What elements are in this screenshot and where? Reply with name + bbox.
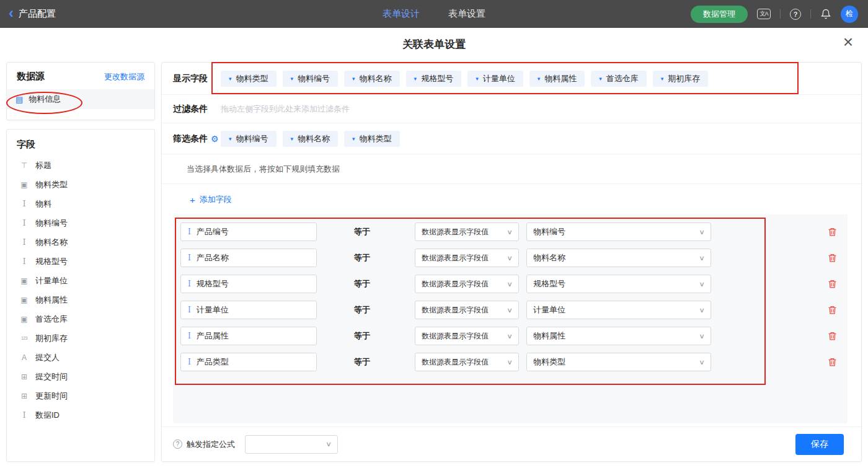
delete-mapping-button[interactable]	[828, 357, 838, 368]
mapping-source-type-select[interactable]: 数据源表显示字段值∨	[415, 249, 519, 267]
screen-fields-row: 筛选条件 ⚙ ▾物料编号▾物料名称▾物料类型	[162, 123, 861, 154]
gear-icon[interactable]: ⚙	[211, 134, 219, 144]
mapping-target-field[interactable]: I产品编号	[180, 223, 317, 241]
delete-mapping-button[interactable]	[828, 305, 838, 316]
back-button[interactable]: ‹ 产品配置	[9, 0, 56, 28]
sidebar-field-item[interactable]: I物料编号	[7, 213, 154, 232]
save-button[interactable]: 保存	[795, 434, 844, 455]
mapping-source-field-select[interactable]: 物料编号∨	[526, 223, 711, 241]
sidebar-field-item[interactable]: ⊤标题	[7, 156, 154, 175]
chevron-down-icon: ∨	[507, 306, 513, 314]
person-icon: A	[20, 353, 29, 362]
change-datasource-link[interactable]: 更改数据源	[104, 71, 144, 82]
close-icon[interactable]: ×	[843, 33, 853, 51]
field-chip[interactable]: ▾规格型号	[406, 71, 462, 87]
chevron-down-icon: ∨	[699, 306, 705, 314]
delete-mapping-button[interactable]	[828, 253, 838, 263]
mapping-source-type-select[interactable]: 数据源表显示字段值∨	[415, 275, 519, 293]
sidebar-field-item[interactable]: I物料	[7, 194, 154, 213]
field-chip[interactable]: ▾物料类型	[221, 71, 277, 87]
field-label: 首选仓库	[35, 314, 68, 325]
filter-dropzone[interactable]: 拖动左侧字段到此处来添加过滤条件	[221, 104, 350, 115]
mapping-source-field-select[interactable]: 物料属性∨	[526, 327, 711, 345]
mapping-row: I计量单位等于数据源表显示字段值∨计量单位∨	[180, 301, 840, 319]
field-label: 数据ID	[35, 410, 60, 421]
field-chip[interactable]: ▾物料类型	[344, 131, 400, 147]
mapping-source-type-select[interactable]: 数据源表显示字段值∨	[415, 327, 519, 345]
screen-fields-label-text: 筛选条件	[173, 133, 208, 144]
chip-label: 规格型号	[421, 73, 453, 84]
avatar[interactable]: 检	[841, 6, 858, 23]
topbar-tab-1[interactable]: 表单设计	[383, 8, 420, 20]
sidebar-field-item[interactable]: A提交人	[7, 348, 154, 367]
mapping-source-field-select[interactable]: 计量单位∨	[526, 301, 711, 319]
mapping-target-label: 产品属性	[197, 330, 229, 342]
chevron-down-icon: ∨	[326, 440, 332, 448]
chip-label: 物料名称	[298, 133, 330, 144]
filter-row: 过滤条件 拖动左侧字段到此处来添加过滤条件	[162, 95, 861, 123]
sidebar-field-item[interactable]: I数据ID	[7, 405, 154, 425]
field-chip[interactable]: ▾物料名称	[283, 131, 339, 147]
screen-fields-label: 筛选条件 ⚙	[173, 133, 221, 144]
mapping-source-field-select[interactable]: 规格型号∨	[526, 275, 711, 293]
mapping-target-field[interactable]: I计量单位	[180, 301, 317, 319]
chevron-down-icon: ∨	[699, 254, 705, 262]
mapping-target-field[interactable]: I产品属性	[180, 327, 317, 345]
field-chip[interactable]: ▾期初库存	[653, 71, 709, 87]
mapping-source-type-select[interactable]: 数据源表显示字段值∨	[415, 223, 519, 241]
mapping-target-field[interactable]: I产品名称	[180, 249, 317, 267]
chevron-down-icon: ▾	[476, 76, 479, 82]
sidebar-field-item[interactable]: ▣计量单位	[7, 271, 154, 290]
bell-icon[interactable]	[820, 9, 831, 20]
mapping-target-field[interactable]: I产品类型	[180, 353, 317, 371]
delete-mapping-button[interactable]	[828, 331, 838, 342]
mapping-source-field-select[interactable]: 物料类型∨	[526, 353, 711, 371]
chip-label: 物料属性	[544, 73, 577, 84]
mapping-row: I产品类型等于数据源表显示字段值∨物料类型∨	[180, 353, 840, 371]
chevron-down-icon: ∨	[507, 254, 513, 262]
datasource-item[interactable]: ▤ 物料信息	[7, 89, 154, 109]
sidebar-field-item[interactable]: 123期初库存	[7, 329, 154, 348]
input-icon: I	[188, 306, 191, 314]
chevron-down-icon: ▾	[229, 76, 232, 82]
mapping-source-field-select-value: 计量单位	[533, 304, 565, 316]
field-chip[interactable]: ▾物料名称	[344, 71, 400, 87]
delete-mapping-button[interactable]	[828, 227, 838, 237]
sidebar-field-item[interactable]: ▣物料属性	[7, 290, 154, 309]
panel-footer: ? 触发指定公式 ∨ 保存	[162, 427, 861, 461]
mapping-target-label: 产品类型	[197, 356, 229, 368]
input-icon: I	[188, 254, 191, 262]
field-label: 物料类型	[35, 179, 68, 190]
sidebar-field-item[interactable]: ▣物料类型	[7, 175, 154, 194]
mapping-source-type-select[interactable]: 数据源表显示字段值∨	[415, 353, 519, 371]
sidebar-field-item[interactable]: I规格型号	[7, 252, 154, 271]
delete-mapping-button[interactable]	[828, 279, 838, 289]
formula-help-icon[interactable]: ?	[173, 439, 182, 449]
mapping-source-type-select[interactable]: 数据源表显示字段值∨	[415, 301, 519, 319]
sidebar-field-item[interactable]: ▣首选仓库	[7, 309, 154, 329]
data-manage-button[interactable]: 数据管理	[691, 6, 748, 23]
page-title: 关联表单设置	[402, 37, 466, 51]
back-chevron-icon: ‹	[9, 6, 14, 20]
topbar-tab-2[interactable]: 表单设置	[448, 8, 485, 20]
sidebar-field-item[interactable]: I物料名称	[7, 232, 154, 252]
help-icon[interactable]: ?	[790, 9, 801, 20]
sidebar-field-item[interactable]: ⊞更新时间	[7, 386, 154, 405]
language-icon[interactable]: 文A	[757, 9, 771, 19]
chip-label: 物料类型	[236, 73, 268, 84]
field-chip[interactable]: ▾物料编号	[283, 71, 339, 87]
field-chip[interactable]: ▾首选仓库	[591, 71, 647, 87]
field-chip[interactable]: ▾物料属性	[529, 71, 585, 87]
mapping-target-field[interactable]: I规格型号	[180, 275, 317, 293]
mapping-target-label: 产品名称	[197, 252, 229, 263]
add-field-button[interactable]: + 添加字段	[190, 194, 232, 205]
chip-label: 物料编号	[236, 133, 268, 144]
mapping-source-field-select[interactable]: 物料名称∨	[526, 249, 711, 267]
chevron-down-icon: ∨	[507, 332, 513, 340]
select-icon: ▣	[20, 296, 29, 304]
formula-select[interactable]: ∨	[245, 435, 338, 454]
field-chip[interactable]: ▾物料编号	[221, 131, 277, 147]
sidebar-field-item[interactable]: ⊞提交时间	[7, 367, 154, 386]
chip-label: 物料类型	[360, 133, 392, 144]
field-chip[interactable]: ▾计量单位	[467, 71, 523, 87]
